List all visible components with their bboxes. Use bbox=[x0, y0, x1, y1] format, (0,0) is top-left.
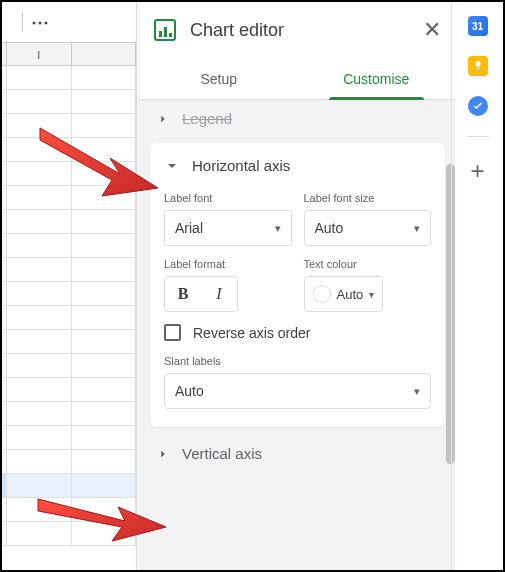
editor-header: Chart editor ✕ bbox=[140, 2, 455, 58]
legend-label: Legend bbox=[182, 110, 232, 127]
label-font-label: Label font bbox=[164, 192, 292, 204]
spreadsheet-area: ⋯ I bbox=[2, 2, 137, 572]
horizontal-axis-toggle[interactable]: Horizontal axis bbox=[164, 157, 431, 174]
more-icon[interactable]: ⋯ bbox=[31, 11, 50, 33]
reverse-axis-checkbox[interactable]: Reverse axis order bbox=[164, 324, 431, 341]
annotation-arrow-2 bbox=[30, 491, 170, 551]
reverse-axis-label: Reverse axis order bbox=[193, 325, 311, 341]
label-format-field: Label format B I bbox=[164, 258, 292, 312]
keep-icon[interactable] bbox=[468, 56, 488, 76]
sidebar-divider bbox=[467, 136, 489, 137]
slant-label: Slant labels bbox=[164, 355, 431, 367]
label-format-label: Label format bbox=[164, 258, 292, 270]
col-i[interactable]: I bbox=[7, 43, 72, 65]
close-icon[interactable]: ✕ bbox=[423, 19, 441, 41]
label-font-size-select[interactable]: Auto bbox=[304, 210, 432, 246]
tab-customise[interactable]: Customise bbox=[298, 58, 456, 99]
label-font-select[interactable]: Arial bbox=[164, 210, 292, 246]
add-addon-icon[interactable]: + bbox=[470, 157, 484, 185]
right-sidebar: 31 + bbox=[451, 2, 503, 572]
customise-scroll[interactable]: Legend Horizontal axis Label font Arial … bbox=[140, 100, 455, 572]
bold-button[interactable]: B bbox=[165, 277, 201, 311]
calendar-icon[interactable]: 31 bbox=[468, 16, 488, 36]
label-font-size-field: Label font size Auto bbox=[304, 192, 432, 246]
col-next[interactable] bbox=[72, 43, 137, 65]
label-font-field: Label font Arial bbox=[164, 192, 292, 246]
text-colour-label: Text colour bbox=[304, 258, 432, 270]
chevron-right-icon bbox=[156, 447, 170, 461]
annotation-arrow-1 bbox=[30, 118, 160, 208]
tabs: Setup Customise bbox=[140, 58, 455, 100]
slant-select[interactable]: Auto bbox=[164, 373, 431, 409]
text-colour-select[interactable]: Auto ▾ bbox=[304, 276, 384, 312]
text-colour-value: Auto bbox=[337, 287, 364, 302]
tab-setup[interactable]: Setup bbox=[140, 58, 298, 99]
section-vertical-axis[interactable]: Vertical axis bbox=[150, 435, 445, 472]
section-horizontal-axis: Horizontal axis Label font Arial Label f… bbox=[150, 143, 445, 427]
label-font-size-label: Label font size bbox=[304, 192, 432, 204]
horizontal-axis-title: Horizontal axis bbox=[192, 157, 290, 174]
editor-title: Chart editor bbox=[190, 20, 409, 41]
tasks-icon[interactable] bbox=[468, 96, 488, 116]
column-headers[interactable]: I bbox=[2, 42, 136, 66]
section-legend[interactable]: Legend bbox=[150, 108, 445, 137]
italic-button[interactable]: I bbox=[201, 277, 237, 311]
chevron-down-icon bbox=[164, 158, 180, 174]
text-colour-field: Text colour Auto ▾ bbox=[304, 258, 432, 312]
toolbar-separator bbox=[22, 12, 23, 32]
checkbox-icon bbox=[164, 324, 181, 341]
colour-swatch-icon bbox=[313, 285, 331, 303]
chart-editor-panel: Chart editor ✕ Setup Customise Legend Ho… bbox=[140, 2, 455, 572]
vertical-axis-label: Vertical axis bbox=[182, 445, 262, 462]
chart-icon bbox=[154, 19, 176, 41]
toolbar: ⋯ bbox=[2, 2, 136, 42]
